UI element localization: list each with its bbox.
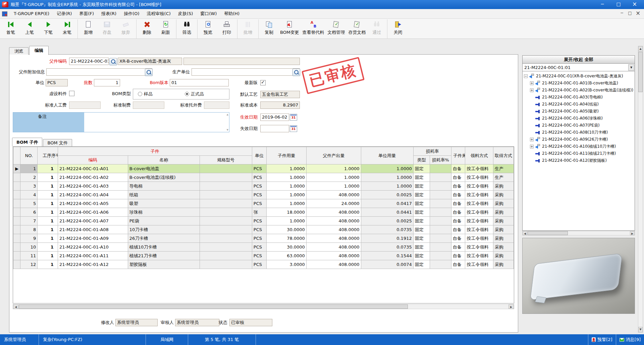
col-code[interactable]: 编码	[58, 156, 128, 164]
tree-expand-toggle[interactable]	[530, 88, 534, 92]
cell-unit[interactable]: PCS	[252, 260, 266, 269]
col-spec[interactable]: 规格型号	[200, 156, 252, 164]
col-qty[interactable]: 子件用量	[267, 147, 307, 164]
cell-loss-rate[interactable]	[430, 217, 451, 225]
menu-item[interactable]: 流程审核(C)	[143, 9, 174, 19]
expiry-date-calendar-button[interactable]: 31	[290, 125, 297, 132]
cell-unit[interactable]: PCS	[252, 173, 266, 182]
statusbar-messages[interactable]: 消息[9]	[616, 334, 644, 345]
cell-unit-qty[interactable]: 0.0735	[361, 243, 413, 252]
bom-type-sample-option[interactable]: 样品	[138, 91, 153, 97]
virtual-part-checkbox[interactable]	[69, 91, 74, 96]
cell-code[interactable]: 21-M2224-00C-01-A04	[58, 191, 128, 199]
cell-loss-rate[interactable]	[430, 234, 451, 243]
cell-name[interactable]: 26刀卡槽	[128, 234, 200, 243]
col-unit-qty[interactable]: 单位用量	[361, 147, 413, 164]
toolbar-button[interactable]: 查看替代料	[301, 19, 326, 39]
toolbar-button[interactable]: 上笔	[20, 19, 39, 39]
cell-name[interactable]: B-cover电池盖(连续模)	[128, 173, 200, 182]
scroll-right-icon[interactable]	[508, 304, 514, 309]
cell-loss-type[interactable]: 固定	[413, 182, 430, 191]
col-pick-method[interactable]: 领料方式	[465, 147, 493, 164]
cell-parent-output[interactable]: 1.0000	[306, 182, 361, 191]
cell-acquire-method[interactable]: 采购	[493, 199, 514, 208]
menu-item[interactable]: T-GROUP ERP(E)	[10, 9, 53, 19]
panel-vscrollbar[interactable]	[638, 46, 643, 333]
tree-node[interactable]: 21-M2224-00C-01-A08(10刀卡槽)	[523, 129, 635, 136]
col-source[interactable]: 子件来源	[451, 147, 465, 164]
cell-loss-rate[interactable]	[430, 243, 451, 252]
cell-qty[interactable]: 1.0000	[267, 217, 307, 225]
cell-spec[interactable]	[200, 208, 252, 217]
cell-pick-method[interactable]: 按工令领料	[465, 208, 493, 217]
view-tab[interactable]: 编辑	[29, 46, 49, 55]
cell-loss-rate[interactable]	[430, 191, 451, 199]
cell-unit[interactable]: PCS	[252, 164, 266, 173]
menu-item[interactable]: 界面(F)	[75, 9, 98, 19]
extra-info-input[interactable]	[46, 68, 152, 76]
cell-spec[interactable]	[200, 243, 252, 252]
cell-acquire-method[interactable]: 生产	[493, 164, 514, 173]
toolbar-button[interactable]: 删除	[138, 19, 156, 39]
tree-node[interactable]: 21-M2224-00C-01-A05(吸塑)	[523, 108, 635, 115]
table-row[interactable]: 3 1 21-M2224-00C-01-A03 导电棉 PCS 1.0000 1…	[13, 182, 514, 191]
table-row[interactable]: 2 1 21-M2224-00C-01-A02 B-cover电池盖(连续模) …	[13, 173, 514, 182]
col-seq[interactable]: 工序序号	[38, 147, 58, 164]
cell-source[interactable]: 自备	[451, 182, 465, 191]
cell-source[interactable]: 自备	[451, 243, 465, 252]
row-selector[interactable]: ▶	[13, 164, 20, 173]
grid-hscrollbar-thumb[interactable]	[19, 304, 408, 309]
col-unit[interactable]: 单位	[252, 147, 266, 164]
cell-spec[interactable]	[200, 182, 252, 191]
cell-qty[interactable]: 30.0000	[267, 225, 307, 234]
cell-loss-rate[interactable]	[430, 260, 451, 269]
cell-unit[interactable]: PCS	[252, 234, 266, 243]
cell-parent-output[interactable]: 408.0000	[306, 243, 361, 252]
cell-unit-qty[interactable]: 1.0000	[361, 173, 413, 182]
cell-qty[interactable]: 1.0000	[267, 164, 307, 173]
cell-unit[interactable]: PCS	[252, 243, 266, 252]
cell-seq[interactable]: 1	[38, 208, 58, 217]
menu-item[interactable]: 报表(R)	[98, 9, 120, 19]
cell-acquire-method[interactable]: 采购	[493, 217, 514, 225]
cell-qty[interactable]: 3.0000	[267, 260, 307, 269]
cell-loss-rate[interactable]	[430, 164, 451, 173]
scroll-down-icon[interactable]	[638, 327, 643, 332]
cell-pick-method[interactable]: 按工令领料	[465, 164, 493, 173]
cell-qty[interactable]: 1.0000	[267, 173, 307, 182]
tree-expand-toggle[interactable]	[530, 81, 534, 85]
cell-loss-type[interactable]: 固定	[413, 243, 430, 252]
table-row[interactable]: 9 1 21-M2224-00C-01-A09 26刀卡槽 PCS 78.000…	[13, 234, 514, 243]
cell-spec[interactable]	[200, 260, 252, 269]
cell-acquire-method[interactable]: 采购	[493, 225, 514, 234]
panel-vscrollbar-thumb[interactable]	[638, 52, 643, 92]
tree-expand-toggle[interactable]	[524, 74, 528, 78]
menu-item[interactable]: 皮肤(S)	[174, 9, 197, 19]
cell-source[interactable]: 自备	[451, 164, 465, 173]
prod-unit-lookup-button[interactable]	[292, 69, 300, 76]
child-restore-button[interactable]	[626, 10, 634, 17]
parent-code-input[interactable]: 21-M2224-00C-01	[69, 58, 109, 65]
cell-pick-method[interactable]: 按工令领料	[465, 243, 493, 252]
cell-unit[interactable]: PCS	[252, 252, 266, 260]
toolbar-button[interactable]: 存货文档	[346, 19, 367, 39]
row-selector[interactable]	[13, 208, 20, 217]
menu-item[interactable]: 窗口(W)	[197, 9, 220, 19]
table-row[interactable]: 8 1 21-M2224-00C-01-A08 10刀卡槽 PCS 30.000…	[13, 225, 514, 234]
toolbar-button[interactable]: 批增	[238, 19, 259, 39]
child-close-button[interactable]	[634, 10, 642, 17]
cell-source[interactable]: 自备	[451, 191, 465, 199]
bom-type-formal-option[interactable]: 正式品	[185, 91, 204, 97]
cell-spec[interactable]	[200, 191, 252, 199]
cell-pick-method[interactable]: 按工令领料	[465, 225, 493, 234]
table-row[interactable]: 7 1 21-M2224-00C-01-A07 PE袋 PCS 1.0000 4…	[13, 217, 514, 225]
cell-name[interactable]: 吸塑	[128, 199, 200, 208]
cell-loss-rate[interactable]	[430, 182, 451, 191]
cell-code[interactable]: 21-M2224-00C-01-A11	[58, 252, 128, 260]
cell-unit[interactable]: PCS	[252, 225, 266, 234]
table-row[interactable]: 11 1 21-M2224-00C-01-A11 植绒21刀卡槽 PCS 63.…	[13, 252, 514, 260]
bom-version-input[interactable]: 01	[170, 79, 229, 86]
col-loss-rate[interactable]: 损耗率%	[430, 156, 451, 164]
cell-seq[interactable]: 1	[38, 252, 58, 260]
bom-version-selector[interactable]: 21-M2224-00C-01:01	[522, 64, 635, 71]
